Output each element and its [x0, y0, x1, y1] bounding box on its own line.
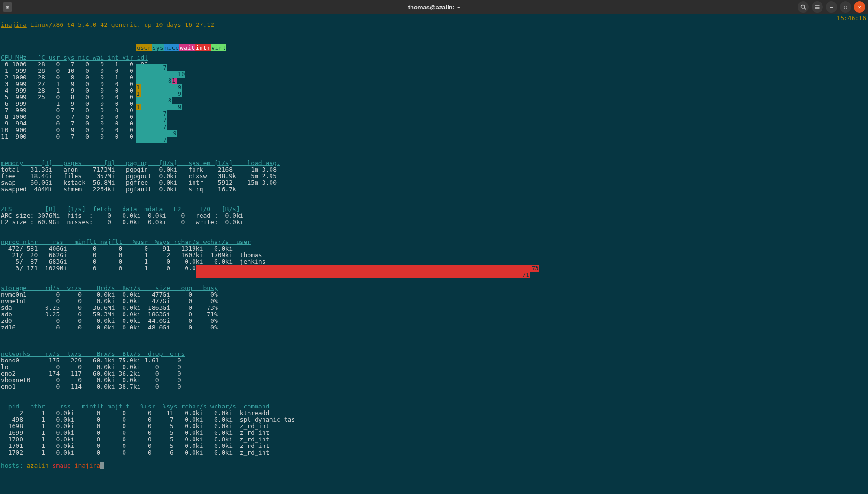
- cpu-bar-row: 8: [136, 97, 187, 104]
- data-row: lo 0 0 0.0ki 0.0ki 0 0: [1, 364, 867, 370]
- cpu-bar-row: 7: [136, 137, 187, 143]
- data-row: free 18.4Gi files 357Mi pgpgout 0.0ki ct…: [1, 173, 867, 180]
- cpu-bar-row: 7: [136, 124, 187, 130]
- data-row: 472/ 581 406Gi 0 0 0 91 1319ki 0.0ki: [1, 245, 867, 252]
- data-row: nvme0n1 0 0 0.0ki 0.0ki 477Gi 0 0%: [1, 291, 867, 298]
- cpu-rows: 0 1000 28 0 7 0 0 1 0 92 1 999 28 0 10 0…: [1, 61, 867, 140]
- data-row: total 31.3Gi anon 7173Mi pgpgin 0.0ki fo…: [1, 166, 867, 173]
- system-topline: inajira Linux/x86_64 5.4.0-42-generic: u…: [1, 21, 214, 28]
- data-row: 5 999 25 0 8 0 0 0 0 92: [1, 94, 867, 101]
- data-row: vboxnet0 0 0 0.0ki 0.0ki 0 0: [1, 377, 867, 384]
- data-row: 1700 1 0.0ki 0 0 0 5 0.0ki 0.0ki z_rd_in…: [1, 436, 867, 443]
- nproc-header: nproc nthr rss minflt majflt %usr %sys r…: [1, 238, 251, 245]
- network-rows: bond0 175 229 60.1ki 75.0ki 1.61 0lo 0 0…: [1, 357, 867, 390]
- cpu-bar-row: 7: [136, 64, 187, 71]
- data-row: 498 1 0.0ki 0 0 0 7 0.0ki 0.0ki spl_dyna…: [1, 416, 867, 423]
- cpu-legend: usersysnicewaitintrvirt: [136, 45, 226, 51]
- data-row: zd16 0 0 0.0ki 0.0ki 48.0Gi 0 0%: [1, 324, 867, 331]
- data-row: swap 60.0Gi kstack 56.8Mi pgfree 0.0ki i…: [1, 180, 867, 186]
- cpu-header: CPU MHz °C usr sys nic wai int vir idl: [1, 54, 148, 61]
- data-row: 2 1 0.0ki 0 0 0 11 0.0ki 0.0ki kthreadd: [1, 410, 867, 416]
- hamburger-icon: [814, 4, 820, 10]
- networks-header: networks rx/s tx/s Brx/s Btx/s drop errs: [1, 350, 185, 357]
- data-row: 1699 1 0.0ki 0 0 0 5 0.0ki 0.0ki z_rd_in…: [1, 430, 867, 436]
- data-row: eno1 0 114 0.0ki 38.7ki 0 0: [1, 384, 867, 390]
- data-row: bond0 175 229 60.1ki 75.0ki 1.61 0: [1, 357, 867, 364]
- minimize-button[interactable]: −: [826, 1, 837, 13]
- cpu-bar-row: 7: [136, 110, 187, 117]
- data-row: 3 999 27 1 9 0 0 0 0 90: [1, 81, 867, 87]
- memory-header: memory [B] pages [B] paging [B/s] system…: [1, 159, 280, 166]
- data-row: 1 999 28 0 10 0 0 0 0 90: [1, 68, 867, 74]
- close-button[interactable]: ✕: [854, 1, 865, 13]
- data-row: 1701 1 0.0ki 0 0 0 5 0.0ki 0.0ki z_rd_in…: [1, 443, 867, 449]
- data-row: 2 1000 28 0 8 0 0 1 0 91: [1, 74, 867, 81]
- data-row: 4 999 28 1 9 0 0 0 0 90: [1, 87, 867, 94]
- zfs-header: ZFS [B] [1/s] fetch data mdata L2 I/O [B…: [1, 205, 240, 212]
- storage-header: storage rd/s wr/s Brd/s Bwr/s size opq b…: [1, 284, 218, 291]
- maximize-button[interactable]: ▢: [840, 1, 851, 13]
- zfs-rows: ARC size: 3076Mi hits : 0 0.0ki 0.0ki 0 …: [1, 212, 867, 226]
- menu-button[interactable]: [812, 1, 823, 13]
- window-title: thomas@azalin: ~: [408, 4, 460, 11]
- data-row: 0 1000 28 0 7 0 0 1 0 92: [1, 61, 867, 68]
- storage-bar-row: [196, 285, 666, 291]
- data-row: zd0 0 0 0.0ki 0.0ki 44.0Gi 0 0%: [1, 318, 867, 324]
- terminal-body[interactable]: inajira Linux/x86_64 5.4.0-42-generic: u…: [0, 14, 868, 494]
- search-icon: [800, 4, 806, 10]
- cpu-bar-row: 19: [136, 91, 187, 97]
- storage-rows: nvme0n1 0 0 0.0ki 0.0ki 477Gi 0 0%nvme1n…: [1, 291, 867, 331]
- storage-bar-row: [196, 259, 666, 265]
- data-row: nvme1n1 0 0 0.0ki 0.0ki 477Gi 0 0%: [1, 298, 867, 305]
- storage-bar-row: [196, 278, 666, 285]
- process-rows: 2 1 0.0ki 0 0 0 11 0.0ki 0.0ki kthreadd …: [1, 410, 867, 456]
- cpu-bar-row: 7: [136, 117, 187, 124]
- data-row: 1698 1 0.0ki 0 0 0 5 0.0ki 0.0ki z_rd_in…: [1, 423, 867, 430]
- data-row: eno2 174 117 60.0ki 36.2ki 0 0: [1, 370, 867, 377]
- data-row: 8 1000 0 7 0 0 0 0 93: [1, 114, 867, 120]
- app-icon[interactable]: ▣: [3, 2, 12, 12]
- svg-point-0: [801, 5, 805, 9]
- memory-rows: total 31.3Gi anon 7173Mi pgpgin 0.0ki fo…: [1, 166, 867, 193]
- data-row: ARC size: 3076Mi hits : 0 0.0ki 0.0ki 0 …: [1, 212, 867, 219]
- clock: 15:46:16: [837, 15, 866, 22]
- data-row: sdb 0.25 0 59.3Mi 0.0ki 1863Gi 0 71%: [1, 311, 867, 318]
- data-row: 7 999 0 7 0 0 0 0 93: [1, 107, 867, 114]
- data-row: 1702 1 0.0ki 0 0 0 6 0.0ki 0.0ki z_rd_in…: [1, 449, 867, 456]
- cpu-bargraph: usersysnicewaitintrvirt 7108119198197779…: [136, 31, 226, 150]
- data-row: 6 999 1 9 0 0 0 0 91: [1, 101, 867, 107]
- data-row: L2 size : 60.9Gi misses: 0 0.0ki 0.0ki 0…: [1, 219, 867, 226]
- svg-line-1: [804, 8, 806, 9]
- procs-header: pid nthr rss minflt majflt %usr %sys rch…: [1, 403, 269, 410]
- data-row: 11 900 0 7 0 0 0 0 93: [1, 133, 867, 140]
- cpu-bar-row: 10: [136, 71, 187, 78]
- storage-bar-row: 73: [196, 265, 666, 272]
- search-button[interactable]: [798, 1, 809, 13]
- storage-bargraph: 7371: [196, 252, 666, 291]
- cpu-bar-row: 81: [136, 78, 187, 84]
- data-row: swapped 484Mi shmem 2264ki pgfault 0.0ki…: [1, 186, 867, 193]
- cpu-bar-row: 9: [136, 130, 187, 137]
- hosts-line[interactable]: hosts: azalin smaug inajira: [1, 462, 104, 469]
- data-row: 10 900 0 9 0 0 0 0 91: [1, 127, 867, 133]
- cpu-bar-row: 19: [136, 104, 187, 110]
- titlebar: ▣ thomas@azalin: ~ − ▢ ✕: [0, 0, 868, 14]
- data-row: sda 0.25 0 36.6Mi 0.0ki 1863Gi 0 73%: [1, 305, 867, 311]
- storage-bar-row: 71: [196, 272, 666, 278]
- data-row: 9 994 0 7 0 0 0 0 93: [1, 120, 867, 127]
- storage-bar-row: [196, 252, 666, 259]
- cpu-bar-row: 19: [136, 84, 187, 91]
